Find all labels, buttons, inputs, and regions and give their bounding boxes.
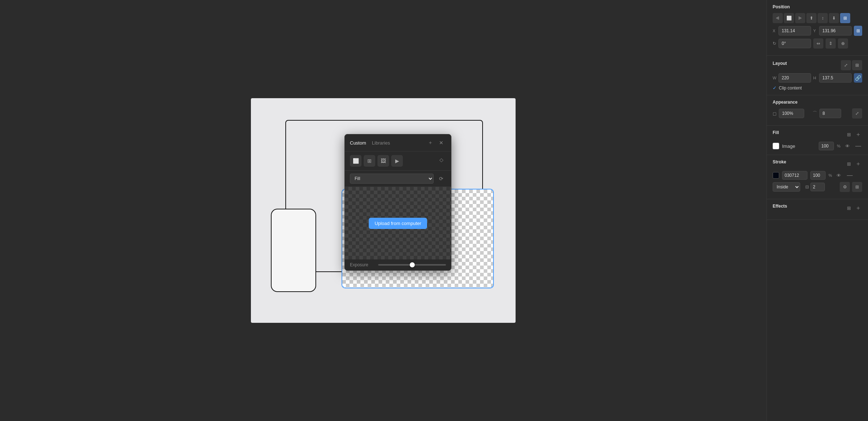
rotation-row: ↻ ⇔ ⇕ ⊕ <box>773 38 862 49</box>
stroke-style-btn[interactable]: ⚙ <box>840 182 850 192</box>
radius-input[interactable] <box>819 109 841 118</box>
stroke-color-input[interactable] <box>782 171 807 180</box>
layout-expand-btn[interactable]: ⤢ <box>841 60 851 70</box>
image-type-video-btn[interactable]: ▶ <box>391 155 403 167</box>
image-type-water-btn[interactable]: ◇ <box>437 155 446 164</box>
w-input[interactable] <box>778 73 811 83</box>
x-group: X <box>773 26 811 36</box>
image-panel: Custom Libraries ＋ ✕ ⬜ ⊞ 🖼 ▶ ◇ Fill Fit … <box>344 134 451 271</box>
fill-type-select[interactable]: Fill Fit Crop Tile <box>350 174 434 184</box>
image-type-grid-btn[interactable]: ⊞ <box>364 155 375 167</box>
stroke-size-input[interactable] <box>810 183 825 191</box>
stroke-add-btn[interactable]: ＋ <box>854 160 862 168</box>
image-panel-header: Custom Libraries ＋ ✕ <box>345 134 451 151</box>
layout-header: Layout ⤢ ⊞ <box>773 60 862 70</box>
stroke-size-icon: ⊟ <box>805 184 809 189</box>
stroke-size-group: ⊟ <box>805 183 825 191</box>
effects-title: Effects <box>773 204 787 209</box>
canvas-area: 220 × 137.5 Custom Libraries ＋ ✕ ⬜ ⊞ 🖼 ▶… <box>0 0 766 421</box>
frame-phone[interactable] <box>271 209 316 292</box>
align-top-btn[interactable]: ⬆ <box>806 13 817 23</box>
panel-icon-buttons: ＋ ✕ <box>426 138 446 147</box>
layout-icons: ⤢ ⊞ <box>841 60 862 70</box>
appearance-title: Appearance <box>773 100 862 105</box>
close-image-panel-btn[interactable]: ✕ <box>437 138 446 147</box>
handle-br[interactable] <box>492 286 494 288</box>
flip-extra-btn[interactable]: ⊕ <box>838 38 848 49</box>
clip-content-row: ✓ Clip content <box>773 85 862 91</box>
fill-actions: ⊞ ＋ <box>845 130 862 138</box>
x-input[interactable] <box>778 26 811 36</box>
align-center-h-btn[interactable]: ⬜ <box>784 13 794 23</box>
clip-content-label: Clip content <box>779 86 802 91</box>
h-label: H <box>813 76 818 80</box>
layout-grid-btn[interactable]: ⊞ <box>852 60 862 70</box>
flip-h-btn[interactable]: ⇔ <box>813 38 823 49</box>
stroke-opacity-input[interactable] <box>810 171 826 180</box>
align-buttons-top: ⫷ ⬜ ⫸ ⬆ ↕ ⬇ ⊞ <box>773 13 850 23</box>
stroke-grid-btn[interactable]: ⊞ <box>845 160 853 168</box>
rotation-input[interactable] <box>778 39 811 48</box>
h-input[interactable] <box>819 73 852 83</box>
fill-add-btn[interactable]: ＋ <box>854 130 862 138</box>
align-left-btn[interactable]: ⫷ <box>773 13 783 23</box>
effects-grid-btn[interactable]: ⊞ <box>845 204 853 212</box>
rotation-icon: ↻ <box>773 41 776 46</box>
image-type-photo-btn[interactable]: 🖼 <box>377 155 389 167</box>
align-row-1: ⫷ ⬜ ⫸ ⬆ ↕ ⬇ ⊞ <box>773 13 862 23</box>
align-bottom-btn[interactable]: ⬇ <box>829 13 839 23</box>
fill-grid-btn[interactable]: ⊞ <box>845 130 853 138</box>
fill-row: Image % 👁 — <box>773 142 862 150</box>
appearance-expand-btn[interactable]: ⤢ <box>852 108 862 118</box>
image-type-icons: ⬜ ⊞ 🖼 ▶ ◇ <box>345 151 451 171</box>
tab-libraries[interactable]: Libraries <box>372 140 426 146</box>
effects-add-btn[interactable]: ＋ <box>854 204 862 212</box>
stroke-remove-btn[interactable]: — <box>846 171 854 179</box>
fill-remove-btn[interactable]: — <box>854 142 862 150</box>
position-section: Position ⫷ ⬜ ⫸ ⬆ ↕ ⬇ ⊞ X Y ⊞ <box>767 0 868 56</box>
stroke-color-swatch[interactable] <box>773 172 779 179</box>
align-right-btn[interactable]: ⫸ <box>795 13 805 23</box>
stroke-section: Stroke ⊞ ＋ % 👁 — Inside Outside Center ⊟ <box>767 155 868 199</box>
handle-tr[interactable] <box>492 189 494 191</box>
opacity-input[interactable] <box>779 109 804 118</box>
effects-header: Effects ⊞ ＋ <box>773 204 862 212</box>
exposure-thumb[interactable] <box>410 262 415 267</box>
wh-row: W H 🔗 <box>773 73 862 83</box>
fill-label: Image <box>782 143 795 149</box>
stroke-position-select[interactable]: Inside Outside Center <box>773 182 800 192</box>
right-panel: Position ⫷ ⬜ ⫸ ⬆ ↕ ⬇ ⊞ X Y ⊞ <box>766 0 868 421</box>
stroke-header: Stroke ⊞ ＋ <box>773 159 862 168</box>
flip-v-btn[interactable]: ⇕ <box>826 38 836 49</box>
fill-color-swatch[interactable] <box>773 143 779 149</box>
align-center-v-btn[interactable]: ↕ <box>818 13 828 23</box>
effects-section: Effects ⊞ ＋ <box>767 199 868 220</box>
handle-bl[interactable] <box>342 286 344 288</box>
y-input[interactable] <box>819 26 852 36</box>
tab-custom[interactable]: Custom <box>350 140 366 146</box>
fill-title: Fill <box>773 130 779 135</box>
clip-content-check: ✓ <box>773 85 777 91</box>
stroke-hide-btn[interactable]: 👁 <box>835 171 843 179</box>
y-label: Y <box>813 29 818 33</box>
fill-pct-label: % <box>837 144 840 148</box>
x-label: X <box>773 29 777 33</box>
stroke-corner-btn[interactable]: ⊞ <box>852 182 862 192</box>
upload-from-computer-btn[interactable]: Upload from computer <box>369 218 427 229</box>
fill-opacity-input[interactable] <box>819 142 834 150</box>
exposure-slider[interactable] <box>378 264 446 266</box>
fill-hide-btn[interactable]: 👁 <box>843 142 851 150</box>
exposure-row: Exposure <box>345 259 451 270</box>
position-title: Position <box>773 4 862 9</box>
position-constraint-btn[interactable]: ⊞ <box>854 26 862 36</box>
opacity-icon: ◻ <box>773 111 777 116</box>
stroke-title: Stroke <box>773 159 786 164</box>
y-group: Y <box>813 26 852 36</box>
align-active-btn[interactable]: ⊞ <box>840 13 850 23</box>
wh-constraint-btn[interactable]: 🔗 <box>854 73 862 83</box>
add-image-btn[interactable]: ＋ <box>426 138 435 147</box>
fill-reset-btn[interactable]: ⟳ <box>437 174 446 183</box>
xy-row: X Y ⊞ <box>773 26 862 36</box>
image-type-rectangle-btn[interactable]: ⬜ <box>350 155 361 167</box>
layout-section: Layout ⤢ ⊞ W H 🔗 ✓ Clip content <box>767 56 868 95</box>
